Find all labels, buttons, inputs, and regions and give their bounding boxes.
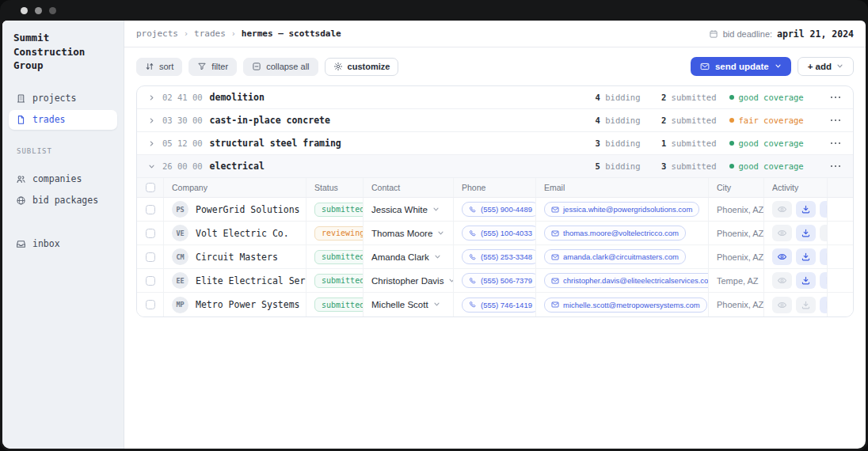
window-control-dot[interactable] [49,7,56,14]
column-header-phone[interactable]: Phone [454,178,536,197]
chevron-down-icon[interactable] [148,163,155,170]
download-icon [801,228,811,238]
phone-link[interactable]: (555) 253-3348 [462,249,536,264]
contact-dropdown[interactable]: Michelle Scott [371,300,440,309]
view-button[interactable] [772,225,792,241]
sidebar-item-trades[interactable]: trades [9,110,117,130]
trade-group-electrical[interactable]: 26 00 00 electrical 5 bidding 3 submitte… [137,155,853,178]
download-button[interactable] [796,297,816,313]
coverage-badge: good coverage [729,161,815,171]
view-button[interactable] [772,248,792,265]
column-header-activity[interactable]: Activity [764,178,828,197]
download-button[interactable] [796,248,816,265]
company-name[interactable]: Metro Power Systems [196,299,300,310]
row-checkbox[interactable] [146,300,155,309]
select-all-checkbox[interactable] [146,183,155,192]
phone-link[interactable]: (555) 506-7379 [462,273,536,288]
contact-dropdown[interactable]: Christopher Davis [371,276,454,286]
column-header-company[interactable]: Company [164,178,306,197]
email-link[interactable]: jessica.white@powergridsolutions.com [544,202,699,217]
document-button[interactable] [820,225,828,241]
company-name[interactable]: PowerGrid Solutions [196,204,300,215]
view-button[interactable] [772,272,792,289]
add-button[interactable]: + add [798,57,854,76]
trade-group-steel[interactable]: 05 12 00 structural steel framing 3 bidd… [137,132,853,155]
column-header-status[interactable]: Status [306,178,364,197]
document-button[interactable] [820,297,828,313]
view-button[interactable] [772,201,792,218]
chevron-right-icon[interactable] [148,94,155,101]
row-checkbox[interactable] [146,276,155,286]
row-checkbox[interactable] [146,229,155,238]
customize-button[interactable]: customize [325,58,399,76]
column-header-email[interactable]: Email [536,178,709,197]
trade-name: electrical [210,161,265,172]
row-menu-button[interactable] [829,139,843,148]
email-link[interactable]: thomas.moore@voltelectricco.com [544,226,686,241]
phone-link[interactable]: (555) 100-4033 [462,226,536,241]
contact-dropdown[interactable]: Thomas Moore [371,229,444,238]
eye-icon [777,275,787,286]
table-header: Company Status Contact Phone Email City … [137,178,853,198]
row-menu-button[interactable] [829,116,843,125]
chevron-down-icon [432,205,440,214]
document-button[interactable] [820,248,828,265]
row-checkbox[interactable] [146,252,155,262]
document-button[interactable] [820,201,828,218]
status-badge: submitted [314,250,364,264]
row-checkbox[interactable] [146,205,155,214]
sidebar-item-companies[interactable]: companies [9,169,117,189]
company-name[interactable]: Circuit Masters [196,252,278,263]
contact-dropdown[interactable]: Amanda Clark [371,252,441,262]
sidebar-item-inbox[interactable]: inbox [9,234,117,254]
customize-button-label: customize [348,62,390,71]
phone-link[interactable]: (555) 746-1419 [462,298,536,313]
download-button[interactable] [796,225,816,241]
deadline-label: bid deadline: [723,29,772,39]
table-row: MPMetro Power Systems submitted Michelle… [137,293,853,316]
chevron-right-icon[interactable] [148,117,155,124]
add-button-label: + add [808,62,832,71]
row-menu-button[interactable] [829,162,843,171]
phone-icon [469,253,477,261]
company-name[interactable]: Elite Electrical Services [196,275,306,286]
column-header-contact[interactable]: Contact [364,178,454,197]
filter-button-label: filter [211,62,228,71]
breadcrumb-trades[interactable]: trades [194,28,226,39]
sidebar-item-projects[interactable]: projects [9,89,117,108]
chevron-down-icon [775,62,782,71]
email-link[interactable]: amanda.clark@circuitmasters.com [544,249,686,264]
email-link[interactable]: michelle.scott@metropowersystems.com [544,298,707,313]
inbox-icon [16,239,26,249]
document-button[interactable] [820,272,828,289]
view-button[interactable] [772,297,792,313]
download-button[interactable] [796,272,816,289]
column-header-city[interactable]: City [709,178,764,197]
collapse-all-button[interactable]: collapse all [243,58,318,76]
chevron-down-icon [434,252,441,262]
submitted-count: 2 submitted [647,93,717,102]
breadcrumb-separator: › [184,29,188,38]
table-row: VEVolt Electric Co. reviewing Thomas Moo… [137,222,853,245]
window-control-dot[interactable] [35,7,42,14]
contact-dropdown[interactable]: Jessica White [371,205,440,214]
breadcrumb-projects[interactable]: projects [136,28,178,39]
sidebar-item-label: inbox [32,238,60,249]
eye-icon [777,228,787,238]
phone-link[interactable]: (555) 900-4489 [462,202,536,217]
bidding-count: 5 bidding [584,161,641,171]
sort-button[interactable]: sort [136,58,182,76]
send-update-button[interactable]: send update [691,57,791,76]
company-name[interactable]: Volt Electric Co. [196,228,289,239]
download-button[interactable] [796,201,816,218]
trade-group-demolition[interactable]: 02 41 00 demolition 4 bidding 2 submitte… [137,86,853,109]
row-menu-button[interactable] [829,93,843,102]
filter-button[interactable]: filter [188,58,237,76]
window-control-dot[interactable] [21,7,28,14]
sidebar-item-label: projects [32,93,76,104]
trades-card: 02 41 00 demolition 4 bidding 2 submitte… [136,85,854,317]
sidebar-item-bid-packages[interactable]: bid packages [9,191,117,210]
trade-group-concrete[interactable]: 03 30 00 cast-in-place concrete 4 biddin… [137,109,853,132]
chevron-right-icon[interactable] [148,140,155,147]
email-link[interactable]: christopher.davis@eliteelectricalservice… [544,273,709,288]
